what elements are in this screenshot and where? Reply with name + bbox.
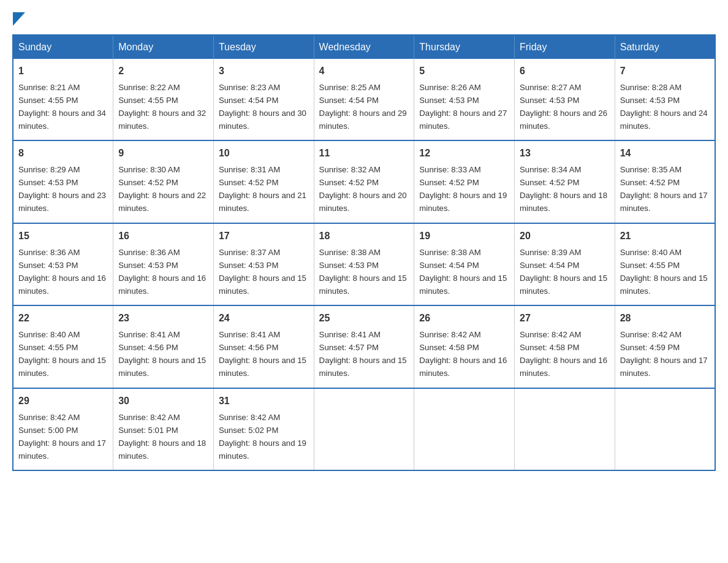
- svg-marker-0: [13, 12, 25, 26]
- day-info: Sunrise: 8:33 AMSunset: 4:52 PMDaylight:…: [419, 165, 507, 213]
- logo-text-block: [12, 12, 25, 25]
- day-info: Sunrise: 8:35 AMSunset: 4:52 PMDaylight:…: [620, 165, 708, 213]
- calendar-day-cell: 8 Sunrise: 8:29 AMSunset: 4:53 PMDayligh…: [13, 140, 113, 223]
- calendar-week-row: 22 Sunrise: 8:40 AMSunset: 4:55 PMDaylig…: [13, 305, 715, 388]
- calendar-day-cell: 27 Sunrise: 8:42 AMSunset: 4:58 PMDaylig…: [515, 305, 615, 388]
- day-info: Sunrise: 8:38 AMSunset: 4:54 PMDaylight:…: [419, 248, 507, 296]
- calendar-day-cell: 21 Sunrise: 8:40 AMSunset: 4:55 PMDaylig…: [615, 223, 715, 305]
- calendar-day-cell: 13 Sunrise: 8:34 AMSunset: 4:52 PMDaylig…: [515, 140, 615, 223]
- day-number: 17: [219, 229, 309, 244]
- calendar-day-cell: [615, 388, 715, 470]
- day-number: 9: [118, 146, 208, 161]
- day-number: 12: [419, 146, 509, 161]
- calendar-week-row: 29 Sunrise: 8:42 AMSunset: 5:00 PMDaylig…: [13, 388, 715, 470]
- day-info: Sunrise: 8:22 AMSunset: 4:55 PMDaylight:…: [118, 83, 206, 131]
- day-info: Sunrise: 8:27 AMSunset: 4:53 PMDaylight:…: [520, 83, 607, 131]
- calendar-header-row: SundayMondayTuesdayWednesdayThursdayFrid…: [13, 35, 715, 59]
- day-of-week-header: Sunday: [13, 35, 113, 59]
- day-info: Sunrise: 8:32 AMSunset: 4:52 PMDaylight:…: [319, 165, 407, 213]
- day-number: 30: [118, 394, 208, 409]
- calendar-week-row: 15 Sunrise: 8:36 AMSunset: 4:53 PMDaylig…: [13, 223, 715, 305]
- calendar-day-cell: [414, 388, 515, 470]
- calendar-day-cell: 30 Sunrise: 8:42 AMSunset: 5:01 PMDaylig…: [113, 388, 214, 470]
- day-number: 8: [18, 146, 108, 161]
- day-info: Sunrise: 8:42 AMSunset: 4:59 PMDaylight:…: [620, 330, 708, 378]
- day-info: Sunrise: 8:41 AMSunset: 4:56 PMDaylight:…: [118, 330, 206, 378]
- day-number: 29: [18, 394, 108, 409]
- calendar-day-cell: 29 Sunrise: 8:42 AMSunset: 5:00 PMDaylig…: [13, 388, 113, 470]
- day-info: Sunrise: 8:38 AMSunset: 4:53 PMDaylight:…: [319, 248, 407, 296]
- calendar-week-row: 8 Sunrise: 8:29 AMSunset: 4:53 PMDayligh…: [13, 140, 715, 223]
- day-number: 6: [520, 64, 610, 79]
- day-number: 1: [18, 64, 108, 79]
- day-info: Sunrise: 8:26 AMSunset: 4:53 PMDaylight:…: [419, 83, 507, 131]
- logo: [12, 12, 25, 25]
- day-number: 31: [219, 394, 309, 409]
- day-of-week-header: Thursday: [414, 35, 515, 59]
- calendar-day-cell: 16 Sunrise: 8:36 AMSunset: 4:53 PMDaylig…: [113, 223, 214, 305]
- day-number: 24: [219, 311, 309, 326]
- calendar-day-cell: 17 Sunrise: 8:37 AMSunset: 4:53 PMDaylig…: [213, 223, 314, 305]
- calendar-day-cell: 3 Sunrise: 8:23 AMSunset: 4:54 PMDayligh…: [213, 59, 314, 140]
- day-info: Sunrise: 8:42 AMSunset: 4:58 PMDaylight:…: [520, 330, 607, 378]
- calendar-day-cell: 11 Sunrise: 8:32 AMSunset: 4:52 PMDaylig…: [314, 140, 414, 223]
- calendar-day-cell: [314, 388, 414, 470]
- calendar-table: SundayMondayTuesdayWednesdayThursdayFrid…: [12, 34, 716, 471]
- calendar-day-cell: 6 Sunrise: 8:27 AMSunset: 4:53 PMDayligh…: [515, 59, 615, 140]
- calendar-day-cell: 5 Sunrise: 8:26 AMSunset: 4:53 PMDayligh…: [414, 59, 515, 140]
- calendar-day-cell: 7 Sunrise: 8:28 AMSunset: 4:53 PMDayligh…: [615, 59, 715, 140]
- day-number: 5: [419, 64, 509, 79]
- day-info: Sunrise: 8:25 AMSunset: 4:54 PMDaylight:…: [319, 83, 407, 131]
- day-number: 26: [419, 311, 509, 326]
- day-number: 16: [118, 229, 208, 244]
- day-number: 18: [319, 229, 409, 244]
- calendar-day-cell: 28 Sunrise: 8:42 AMSunset: 4:59 PMDaylig…: [615, 305, 715, 388]
- day-info: Sunrise: 8:30 AMSunset: 4:52 PMDaylight:…: [118, 165, 206, 213]
- day-number: 7: [620, 64, 710, 79]
- day-number: 13: [520, 146, 610, 161]
- day-info: Sunrise: 8:23 AMSunset: 4:54 PMDaylight:…: [219, 83, 306, 131]
- day-number: 11: [319, 146, 409, 161]
- day-number: 4: [319, 64, 409, 79]
- day-number: 19: [419, 229, 509, 244]
- day-number: 23: [118, 311, 208, 326]
- day-info: Sunrise: 8:36 AMSunset: 4:53 PMDaylight:…: [18, 248, 106, 296]
- day-info: Sunrise: 8:29 AMSunset: 4:53 PMDaylight:…: [18, 165, 106, 213]
- calendar-day-cell: 10 Sunrise: 8:31 AMSunset: 4:52 PMDaylig…: [213, 140, 314, 223]
- day-info: Sunrise: 8:41 AMSunset: 4:57 PMDaylight:…: [319, 330, 407, 378]
- day-number: 27: [520, 311, 610, 326]
- day-info: Sunrise: 8:40 AMSunset: 4:55 PMDaylight:…: [620, 248, 708, 296]
- day-info: Sunrise: 8:40 AMSunset: 4:55 PMDaylight:…: [18, 330, 106, 378]
- day-number: 28: [620, 311, 710, 326]
- day-info: Sunrise: 8:21 AMSunset: 4:55 PMDaylight:…: [18, 83, 106, 131]
- day-info: Sunrise: 8:28 AMSunset: 4:53 PMDaylight:…: [620, 83, 708, 131]
- day-number: 22: [18, 311, 108, 326]
- day-info: Sunrise: 8:41 AMSunset: 4:56 PMDaylight:…: [219, 330, 306, 378]
- calendar-day-cell: 12 Sunrise: 8:33 AMSunset: 4:52 PMDaylig…: [414, 140, 515, 223]
- day-number: 3: [219, 64, 309, 79]
- calendar-day-cell: 20 Sunrise: 8:39 AMSunset: 4:54 PMDaylig…: [515, 223, 615, 305]
- day-number: 25: [319, 311, 409, 326]
- calendar-week-row: 1 Sunrise: 8:21 AMSunset: 4:55 PMDayligh…: [13, 59, 715, 140]
- calendar-day-cell: 18 Sunrise: 8:38 AMSunset: 4:53 PMDaylig…: [314, 223, 414, 305]
- day-number: 10: [219, 146, 309, 161]
- day-info: Sunrise: 8:42 AMSunset: 5:02 PMDaylight:…: [219, 413, 306, 461]
- day-of-week-header: Saturday: [615, 35, 715, 59]
- calendar-day-cell: 4 Sunrise: 8:25 AMSunset: 4:54 PMDayligh…: [314, 59, 414, 140]
- day-of-week-header: Friday: [515, 35, 615, 59]
- calendar-day-cell: 25 Sunrise: 8:41 AMSunset: 4:57 PMDaylig…: [314, 305, 414, 388]
- logo-triangle-icon: [13, 12, 25, 26]
- calendar-day-cell: 22 Sunrise: 8:40 AMSunset: 4:55 PMDaylig…: [13, 305, 113, 388]
- calendar-day-cell: [515, 388, 615, 470]
- day-number: 2: [118, 64, 208, 79]
- day-info: Sunrise: 8:39 AMSunset: 4:54 PMDaylight:…: [520, 248, 607, 296]
- calendar-day-cell: 24 Sunrise: 8:41 AMSunset: 4:56 PMDaylig…: [213, 305, 314, 388]
- calendar-day-cell: 2 Sunrise: 8:22 AMSunset: 4:55 PMDayligh…: [113, 59, 214, 140]
- day-number: 14: [620, 146, 710, 161]
- calendar-day-cell: 19 Sunrise: 8:38 AMSunset: 4:54 PMDaylig…: [414, 223, 515, 305]
- day-info: Sunrise: 8:42 AMSunset: 5:01 PMDaylight:…: [118, 413, 206, 461]
- day-info: Sunrise: 8:34 AMSunset: 4:52 PMDaylight:…: [520, 165, 607, 213]
- calendar-day-cell: 14 Sunrise: 8:35 AMSunset: 4:52 PMDaylig…: [615, 140, 715, 223]
- day-info: Sunrise: 8:37 AMSunset: 4:53 PMDaylight:…: [219, 248, 306, 296]
- day-info: Sunrise: 8:42 AMSunset: 4:58 PMDaylight:…: [419, 330, 507, 378]
